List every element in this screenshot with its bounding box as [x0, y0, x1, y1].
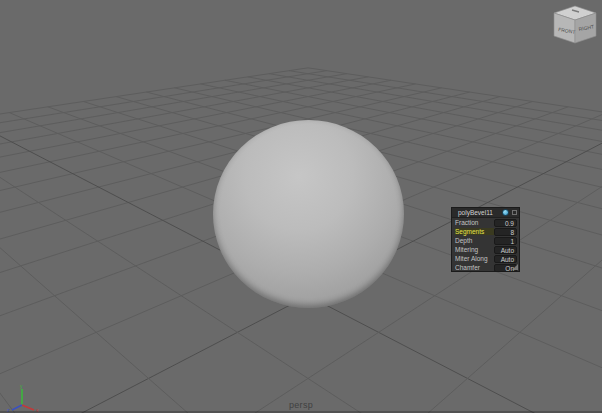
- attribute-row-depth: Depth 1: [452, 236, 519, 245]
- attribute-label: Mitering: [455, 246, 494, 253]
- x-axis-line: [22, 405, 34, 410]
- panel-title-bar[interactable]: polyBevel11: [452, 208, 519, 218]
- panel-resize-handle[interactable]: [512, 264, 518, 270]
- pin-box-icon[interactable]: [512, 210, 517, 215]
- axis-gizmo: y x z: [6, 383, 46, 413]
- attribute-value-field[interactable]: 1: [494, 237, 517, 245]
- panel-title: polyBevel11: [458, 208, 502, 218]
- attribute-value-field[interactable]: 8: [494, 228, 517, 236]
- y-axis-label: y: [20, 383, 23, 389]
- z-axis-line: [12, 405, 22, 410]
- camera-name-label: persp: [261, 400, 341, 410]
- attribute-label: Miter Along: [455, 255, 494, 262]
- attribute-value-field[interactable]: Auto: [494, 255, 517, 263]
- attribute-row-mitering: Mitering Auto: [452, 245, 519, 254]
- attribute-label: Segments: [455, 228, 494, 235]
- attribute-label: Depth: [455, 237, 494, 244]
- attribute-label: Fraction: [455, 219, 494, 226]
- polygon-sphere-object[interactable]: [213, 120, 404, 308]
- in-view-editor-panel[interactable]: polyBevel11 Fraction 0.9 Segments 8 Dept…: [451, 207, 520, 272]
- attribute-row-fraction: Fraction 0.9: [452, 218, 519, 227]
- attribute-value-field[interactable]: 0.9: [494, 219, 517, 227]
- attribute-label: Chamfer: [455, 264, 494, 271]
- attribute-row-segments: Segments 8: [452, 227, 519, 236]
- viewport-3d[interactable]: polyBevel11 Fraction 0.9 Segments 8 Dept…: [0, 0, 602, 413]
- attribute-row-chamfer: Chamfer On: [452, 263, 519, 272]
- sphere-node-icon[interactable]: [502, 209, 509, 216]
- attribute-row-miter-along: Miter Along Auto: [452, 254, 519, 263]
- view-cube[interactable]: FRONT RIGHT: [552, 5, 598, 44]
- attribute-value-field[interactable]: Auto: [494, 246, 517, 254]
